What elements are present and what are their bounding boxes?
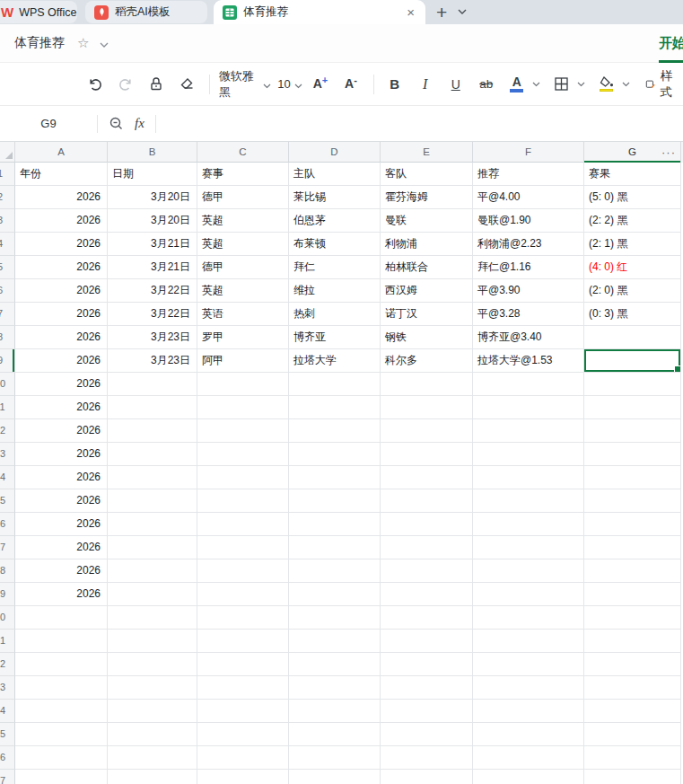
cell-F4[interactable]: 利物浦@2.23: [473, 233, 584, 256]
cell-F3[interactable]: 曼联@1.90: [473, 209, 584, 233]
row-header-17[interactable]: 17: [0, 536, 15, 559]
cell-C13[interactable]: [197, 443, 289, 466]
cell-D6[interactable]: 维拉: [289, 279, 381, 303]
cell-E20[interactable]: [381, 606, 473, 630]
cell-D3[interactable]: 伯恩茅: [289, 209, 381, 233]
cell-A20[interactable]: [15, 606, 108, 630]
cell-C16[interactable]: [197, 513, 289, 536]
cell-E2[interactable]: 霍芬海姆: [381, 186, 473, 209]
row-header-27[interactable]: 27: [0, 770, 15, 784]
row-header-14[interactable]: 14: [0, 466, 15, 489]
cell-A11[interactable]: 2026: [15, 396, 108, 419]
row-header-7[interactable]: 7: [0, 303, 15, 326]
row-header-20[interactable]: 20: [0, 606, 15, 630]
cell-G11[interactable]: [584, 396, 681, 419]
cell-B15[interactable]: [108, 489, 197, 513]
cell-D25[interactable]: [289, 723, 381, 746]
cell-G9[interactable]: [584, 349, 681, 373]
cell-F15[interactable]: [473, 489, 584, 513]
row-header-13[interactable]: 13: [0, 443, 15, 466]
cell-B13[interactable]: [108, 443, 197, 466]
cell-A25[interactable]: [15, 723, 108, 746]
cell-C12[interactable]: [197, 419, 289, 443]
cell-C9[interactable]: 阿甲: [197, 349, 289, 373]
cell-C18[interactable]: [197, 559, 289, 583]
cell-A16[interactable]: 2026: [15, 513, 108, 536]
cell-B6[interactable]: 3月22日: [108, 279, 197, 303]
row-header-10[interactable]: 10: [0, 373, 15, 396]
cell-F20[interactable]: [473, 606, 584, 630]
row-header-2[interactable]: 2: [0, 186, 15, 209]
font-size-select[interactable]: 10: [278, 71, 302, 98]
cell-A7[interactable]: 2026: [15, 303, 108, 326]
column-header-c[interactable]: C: [197, 142, 289, 163]
cell-G2[interactable]: (5: 0) 黑: [584, 186, 681, 209]
tab-sports-recommendation[interactable]: 体育推荐 ×: [214, 0, 425, 24]
cell-F19[interactable]: [473, 583, 584, 606]
column-header-e[interactable]: E: [381, 142, 473, 163]
underline-button[interactable]: U: [444, 71, 468, 98]
cell-A26[interactable]: [15, 746, 108, 770]
cell-A23[interactable]: [15, 676, 108, 700]
cell-E14[interactable]: [381, 466, 473, 489]
cell-C1[interactable]: 赛事: [197, 163, 289, 186]
cell-F22[interactable]: [473, 653, 584, 676]
cell-D21[interactable]: [289, 630, 381, 653]
cell-B26[interactable]: [108, 746, 197, 770]
cell-D15[interactable]: [289, 489, 381, 513]
cell-C25[interactable]: [197, 723, 289, 746]
row-header-19[interactable]: 19: [0, 583, 15, 606]
cell-D2[interactable]: 莱比锡: [289, 186, 381, 209]
cell-E18[interactable]: [381, 559, 473, 583]
title-chevron-icon[interactable]: [100, 35, 109, 51]
cell-C6[interactable]: 英超: [197, 279, 289, 303]
cell-D27[interactable]: [289, 770, 381, 784]
cell-E8[interactable]: 钢铁: [381, 326, 473, 349]
cell-E22[interactable]: [381, 653, 473, 676]
cell-A9[interactable]: 2026: [15, 349, 108, 373]
cell-D18[interactable]: [289, 559, 381, 583]
cell-C26[interactable]: [197, 746, 289, 770]
tab-wps-office[interactable]: W WPS Office: [0, 1, 77, 23]
cell-D4[interactable]: 布莱顿: [289, 233, 381, 256]
cell-B25[interactable]: [108, 723, 197, 746]
cell-B20[interactable]: [108, 606, 197, 630]
cell-C20[interactable]: [197, 606, 289, 630]
cell-D9[interactable]: 拉塔大学: [289, 349, 381, 373]
cell-C4[interactable]: 英超: [197, 233, 289, 256]
cell-F18[interactable]: [473, 559, 584, 583]
column-header-f[interactable]: F: [473, 142, 584, 163]
cell-D7[interactable]: 热刺: [289, 303, 381, 326]
more-columns-indicator[interactable]: ···: [661, 142, 676, 162]
row-header-11[interactable]: 11: [0, 396, 15, 419]
cell-C8[interactable]: 罗甲: [197, 326, 289, 349]
row-header-9[interactable]: 9: [0, 349, 15, 373]
cell-C7[interactable]: 英语: [197, 303, 289, 326]
cell-D24[interactable]: [289, 700, 381, 723]
row-header-16[interactable]: 16: [0, 513, 15, 536]
cell-E7[interactable]: 诺丁汉: [381, 303, 473, 326]
cell-F25[interactable]: [473, 723, 584, 746]
cell-A14[interactable]: 2026: [15, 466, 108, 489]
cell-D14[interactable]: [289, 466, 381, 489]
cell-B8[interactable]: 3月23日: [108, 326, 197, 349]
cell-A5[interactable]: 2026: [15, 256, 108, 279]
cell-F13[interactable]: [473, 443, 584, 466]
cell-C23[interactable]: [197, 676, 289, 700]
cell-B27[interactable]: [108, 770, 197, 784]
ribbon-tab-home[interactable]: 开始: [659, 24, 683, 63]
cell-F2[interactable]: 平@4.00: [473, 186, 584, 209]
cell-F24[interactable]: [473, 700, 584, 723]
row-header-15[interactable]: 15: [0, 489, 15, 513]
cell-C21[interactable]: [197, 630, 289, 653]
cell-G3[interactable]: (2: 2) 黑: [584, 209, 681, 233]
cell-G16[interactable]: [584, 513, 681, 536]
cell-E16[interactable]: [381, 513, 473, 536]
cell-G8[interactable]: [584, 326, 681, 349]
borders-button[interactable]: [550, 71, 574, 98]
cell-G22[interactable]: [584, 653, 681, 676]
cell-G26[interactable]: [584, 746, 681, 770]
favorite-star-icon[interactable]: ☆: [77, 35, 89, 51]
column-header-d[interactable]: D: [289, 142, 381, 163]
cell-C5[interactable]: 德甲: [197, 256, 289, 279]
